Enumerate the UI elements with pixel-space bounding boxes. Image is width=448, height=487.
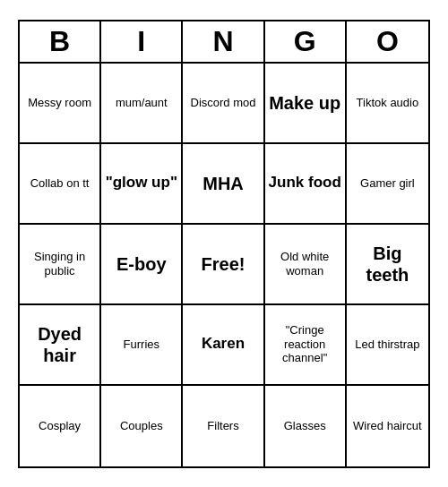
bingo-card: BINGO Messy roommum/auntDiscord modMake … (18, 20, 430, 468)
bingo-cell: Filters (183, 386, 264, 466)
bingo-cell: Wired haircut (347, 386, 428, 466)
bingo-grid: Messy roommum/auntDiscord modMake upTikt… (20, 64, 428, 466)
bingo-cell: Old white woman (265, 225, 347, 305)
bingo-cell: mum/aunt (101, 64, 183, 144)
bingo-cell: Cosplay (20, 386, 101, 466)
bingo-cell: Furries (101, 305, 183, 386)
bingo-cell: "glow up" (101, 144, 183, 225)
bingo-cell: MHA (183, 144, 264, 225)
bingo-cell: Free! (183, 225, 264, 305)
bingo-cell: Make up (265, 64, 347, 144)
header-letter: I (101, 21, 183, 62)
bingo-cell: Messy room (20, 64, 101, 144)
bingo-cell: Couples (101, 386, 183, 466)
bingo-cell: Singing in public (20, 225, 101, 305)
header-letter: O (347, 21, 428, 62)
bingo-cell: Karen (183, 305, 264, 386)
bingo-cell: Led thirstrap (347, 305, 428, 386)
bingo-cell: Tiktok audio (347, 64, 428, 144)
header-letter: B (20, 21, 101, 62)
bingo-cell: Collab on tt (20, 144, 101, 225)
bingo-cell: Glasses (265, 386, 347, 466)
bingo-cell: "Cringe reaction channel" (265, 305, 347, 386)
header-letter: N (183, 21, 264, 62)
bingo-header: BINGO (20, 21, 428, 64)
bingo-cell: Junk food (265, 144, 347, 225)
header-letter: G (265, 21, 347, 62)
bingo-cell: Discord mod (183, 64, 264, 144)
bingo-cell: E-boy (101, 225, 183, 305)
bingo-cell: Big teeth (347, 225, 428, 305)
bingo-cell: Gamer girl (347, 144, 428, 225)
bingo-cell: Dyed hair (20, 305, 101, 386)
